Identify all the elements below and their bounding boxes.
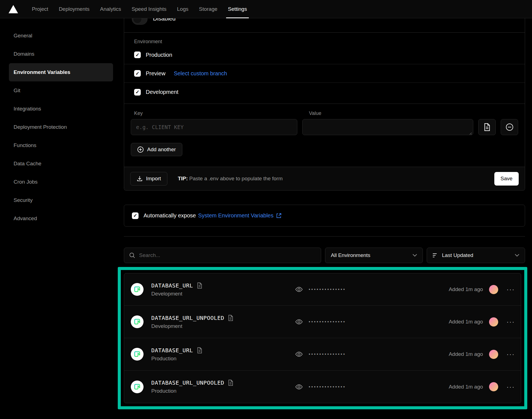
key-input[interactable] — [131, 119, 297, 135]
environment-filter-select[interactable]: All Environments — [325, 248, 423, 263]
nav-tab-storage[interactable]: Storage — [194, 0, 223, 18]
sidebar-item-domains[interactable]: Domains — [9, 45, 113, 63]
vercel-logo-icon[interactable] — [8, 5, 18, 14]
copy-value-icon[interactable] — [228, 380, 233, 386]
neon-integration-icon — [131, 381, 144, 393]
nav-tab-project[interactable]: Project — [27, 0, 53, 18]
variable-environment: Development — [151, 323, 233, 329]
variables-toolbar: All Environments Last Updated — [124, 248, 525, 263]
variable-row[interactable]: DATABASE_URL Development •••••••••••••• … — [124, 273, 521, 306]
environment-option-preview: ✓ Preview Select custom branch — [124, 64, 525, 83]
top-nav: Project Deployments Analytics Speed Insi… — [0, 0, 532, 18]
system-env-checkbox[interactable]: ✓ — [132, 212, 139, 219]
avatar — [489, 350, 498, 359]
select-custom-branch-link[interactable]: Select custom branch — [174, 70, 227, 77]
added-timestamp: Added 1m ago — [449, 319, 483, 325]
top-nav-items: Project Deployments Analytics Speed Insi… — [27, 0, 252, 18]
sidebar-item-environment-variables[interactable]: Environment Variables — [9, 63, 113, 81]
remove-row-button[interactable] — [501, 119, 518, 135]
avatar — [489, 317, 498, 327]
environment-filter-value: All Environments — [331, 252, 370, 258]
reveal-eye-icon[interactable] — [295, 318, 303, 325]
search-box — [124, 248, 321, 263]
reveal-eye-icon[interactable] — [295, 286, 303, 293]
key-label: Key — [134, 110, 306, 116]
system-env-card: ✓ Automatically expose System Environmen… — [124, 205, 525, 227]
production-checkbox[interactable]: ✓ — [134, 52, 141, 58]
row-menu-button[interactable]: ··· — [507, 384, 515, 390]
sidebar-item-cron-jobs[interactable]: Cron Jobs — [9, 173, 113, 191]
row-menu-button[interactable]: ··· — [507, 319, 515, 325]
reveal-eye-icon[interactable] — [295, 351, 303, 358]
import-label: Import — [146, 176, 161, 182]
sidebar-item-integrations[interactable]: Integrations — [9, 100, 113, 118]
development-label: Development — [146, 89, 178, 95]
chevron-down-icon — [413, 254, 417, 257]
nav-tab-logs[interactable]: Logs — [172, 0, 194, 18]
sort-icon — [433, 253, 438, 258]
development-checkbox[interactable]: ✓ — [134, 89, 141, 96]
sidebar-item-deployment-protection[interactable]: Deployment Protection — [9, 118, 113, 136]
sidebar-item-advanced[interactable]: Advanced — [9, 209, 113, 228]
toggle-label: Disabled — [153, 18, 176, 22]
nav-tab-settings[interactable]: Settings — [223, 0, 252, 18]
plus-circle-icon — [137, 146, 144, 153]
sort-value: Last Updated — [442, 252, 473, 258]
neon-integration-icon — [131, 283, 144, 296]
sort-select[interactable]: Last Updated — [427, 248, 525, 263]
added-timestamp: Added 1m ago — [449, 286, 483, 292]
added-timestamp: Added 1m ago — [449, 351, 483, 357]
variable-row[interactable]: DATABASE_URL Production •••••••••••••• A… — [124, 338, 521, 371]
save-button[interactable]: Save — [494, 172, 519, 186]
section-divider — [124, 236, 525, 237]
avatar — [489, 285, 498, 294]
sidebar-item-data-cache[interactable]: Data Cache — [9, 155, 113, 173]
sidebar-item-git[interactable]: Git — [9, 81, 113, 100]
chevron-down-icon — [515, 254, 519, 257]
variables-list: DATABASE_URL Development •••••••••••••• … — [124, 273, 521, 403]
system-env-link[interactable]: System Environment Variables — [198, 212, 273, 219]
value-input[interactable] — [302, 119, 473, 135]
preview-label: Preview — [146, 70, 165, 77]
search-icon — [129, 252, 135, 258]
variable-name: DATABASE_URL_UNPOOLED — [151, 315, 224, 321]
value-label: Value — [309, 110, 321, 116]
masked-value: •••••••••••••• — [309, 319, 346, 324]
neon-integration-icon — [131, 348, 144, 361]
nav-tab-analytics[interactable]: Analytics — [95, 0, 126, 18]
variable-row[interactable]: DATABASE_URL_UNPOOLED Production •••••••… — [124, 371, 521, 403]
neon-integration-icon — [131, 315, 144, 328]
search-input[interactable] — [139, 252, 316, 258]
row-menu-button[interactable]: ··· — [507, 351, 515, 357]
sidebar-item-general[interactable]: General — [9, 27, 113, 45]
nav-tab-speed-insights[interactable]: Speed Insights — [126, 0, 172, 18]
avatar — [489, 382, 498, 391]
masked-value: •••••••••••••• — [309, 287, 346, 292]
highlight-outline: DATABASE_URL Development •••••••••••••• … — [118, 267, 527, 409]
copy-value-icon[interactable] — [228, 315, 233, 321]
row-menu-button[interactable]: ··· — [507, 287, 515, 292]
external-link-icon[interactable] — [276, 213, 282, 219]
import-button[interactable]: Import — [130, 172, 167, 186]
file-icon — [484, 123, 491, 131]
copy-value-icon[interactable] — [197, 347, 202, 353]
environment-option-development: ✓ Development — [124, 83, 525, 101]
sidebar-item-security[interactable]: Security — [9, 191, 113, 209]
tip-text: TIP: Paste a .env above to populate the … — [178, 176, 283, 182]
sidebar-item-functions[interactable]: Functions — [9, 136, 113, 155]
resize-handle-icon[interactable] — [469, 132, 472, 135]
nav-tab-deployments[interactable]: Deployments — [53, 0, 95, 18]
key-value-section: Key Value — [124, 104, 525, 167]
paste-file-button[interactable] — [478, 119, 496, 135]
copy-value-icon[interactable] — [197, 282, 202, 289]
disabled-toggle[interactable] — [132, 18, 147, 25]
variable-info: DATABASE_URL Production — [151, 347, 202, 362]
variable-row[interactable]: DATABASE_URL_UNPOOLED Development ••••••… — [124, 306, 521, 338]
variable-info: DATABASE_URL_UNPOOLED Production — [151, 379, 233, 394]
reveal-eye-icon[interactable] — [295, 384, 303, 390]
environment-option-production: ✓ Production — [124, 46, 525, 64]
add-another-label: Add another — [147, 146, 176, 153]
preview-checkbox[interactable]: ✓ — [134, 70, 141, 77]
download-icon — [137, 176, 143, 182]
add-another-button[interactable]: Add another — [131, 143, 182, 156]
